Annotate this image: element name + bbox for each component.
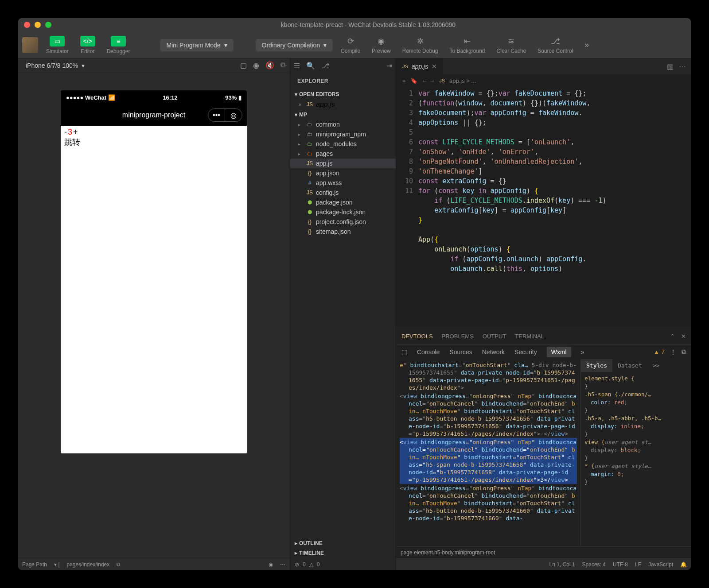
file-item[interactable]: {}app.json [290,168,396,178]
clear-cache-button[interactable]: ≋Clear Cache [493,35,530,56]
devtools-crumb[interactable]: page element.h5-body.miniprogram-root [396,546,691,558]
cursor-position[interactable]: Ln 1, Col 1 [549,561,575,568]
subtab-wxml[interactable]: Wxml [547,347,571,357]
refresh-icon: ⟳ [347,36,354,46]
tab-terminal[interactable]: TERMINAL [515,331,544,341]
language-info[interactable]: JavaScript [648,561,673,568]
list-icon[interactable]: ☰ [294,62,300,70]
indent-info[interactable]: Spaces: 4 [582,561,606,568]
source-control-button[interactable]: ⎇Source Control [534,35,577,56]
file-item[interactable]: {}sitemap.json [290,227,396,236]
more-icon[interactable]: ⋮ [670,348,676,356]
inspect-icon[interactable]: ⬚ [401,348,407,356]
timeline-section[interactable]: ▸TIMELINE [290,548,396,558]
subtab-security[interactable]: Security [514,348,537,356]
close-icon[interactable]: ✕ [681,333,686,340]
folder-item[interactable]: ▸🗀common [290,120,396,129]
more-icon[interactable]: ⋯ [679,62,686,71]
page-path-label[interactable]: Page Path [22,561,47,568]
device-selector[interactable]: iPhone 6/7/8 100% ▾ [22,61,88,70]
source-control-label: Source Control [538,48,573,54]
copy-icon[interactable]: ⧉ [280,61,285,70]
styles-body[interactable]: element.style {}.h5-span {./common/…colo… [581,372,691,546]
outline-section[interactable]: ▸OUTLINE [290,538,396,548]
file-item[interactable]: #app.wxss [290,178,396,188]
split-icon[interactable]: ▥ [667,62,674,71]
simulator-button[interactable]: ▭Simulator [43,34,72,56]
warning-badge[interactable]: ▲ 7 [653,348,665,356]
editor-tab[interactable]: JSapp.js✕ [396,58,443,74]
styles-tab[interactable]: Styles [581,359,612,372]
open-editors-section[interactable]: ▾OPEN EDITORS [290,89,396,99]
devtools-subtabs: ⬚ Console Sources Network Security Wxml … [396,344,691,359]
eye-icon: ◉ [378,36,385,46]
jump-link[interactable]: 跳转 [64,137,243,147]
simulator-panel: iPhone 6/7/8 100% ▾ ▢ ◉ 🔇 ⧉ ●●●●● WeChat… [18,58,290,570]
chevron-up-icon[interactable]: ⌃ [670,333,675,340]
preview-button[interactable]: ◉Preview [368,35,394,56]
bell-icon[interactable]: 🔔 [680,561,687,568]
debugger-label: Debugger [107,48,130,54]
code-editor[interactable]: 1234567891011 var fakeWindow = {};var fa… [396,87,691,328]
folder-item[interactable]: ▸🗀node_modules [290,139,396,149]
branch-icon[interactable]: ⎇ [321,62,329,70]
file-item[interactable]: JSapp.js [290,159,396,168]
tab-problems[interactable]: PROBLEMS [442,331,474,341]
window-title: kbone-template-preact - WeChat Devtools … [51,21,685,28]
more-icon[interactable]: ⋯ [280,561,285,568]
avatar[interactable] [22,37,38,53]
subtab-console[interactable]: Console [417,348,440,356]
error-icon[interactable]: ⊘ [295,561,299,568]
dock-icon[interactable]: ⧉ [682,348,686,356]
remote-debug-label: Remote Debug [402,48,438,54]
file-item[interactable]: JSconfig.js [290,188,396,197]
remote-debug-button[interactable]: ✲Remote Debug [399,35,442,56]
copy-icon[interactable]: ⧉ [117,561,121,568]
minimize-window-button[interactable] [35,22,41,28]
sim-statusbar: Page Path▾ |pages/index/index⧉ ◉⋯ [18,558,290,570]
dataset-tab[interactable]: Dataset [612,359,647,372]
close-tab-icon[interactable]: ✕ [432,63,437,70]
code-content[interactable]: var fakeWindow = {};var fakeDocument = {… [418,87,691,328]
open-editor-item[interactable]: ✕JSapp.js [290,99,396,110]
warning-icon[interactable]: △ [309,561,313,568]
phone-content[interactable]: -3+ 跳转 [61,126,247,453]
mute-icon[interactable]: 🔇 [265,61,274,70]
editor-button[interactable]: </>Editor [77,34,99,56]
folder-item[interactable]: ▸🗀miniprogram_npm [290,129,396,139]
tab-devtools[interactable]: DEVTOOLS [401,331,433,341]
compile-button[interactable]: ⟳Compile [337,35,364,56]
subtab-network[interactable]: Network [482,348,505,356]
breadcrumb-text[interactable]: app.js > ... [449,77,476,84]
nav-title: miniprogram-project [122,111,185,119]
maximize-window-button[interactable] [45,22,51,28]
more-toolbar-button[interactable]: » [581,39,592,51]
capsule-button[interactable]: •••◎ [208,108,242,122]
chevron-right-icon: ▸ [295,540,297,546]
mode-dropdown[interactable]: Mini Program Mode▾ [160,39,233,51]
file-item[interactable]: ⬢package-lock.json [290,207,396,217]
file-item[interactable]: {}project.config.json [290,217,396,227]
eol-info[interactable]: LF [635,561,641,568]
compilation-dropdown[interactable]: Ordinary Compilation▾ [256,39,333,51]
bookmark-icon[interactable]: 🔖 [410,77,417,84]
explorer-header: EXPLORER [290,73,396,89]
toggle-icon[interactable]: ⇥ [386,62,392,70]
to-background-button[interactable]: ⇤To Background [446,35,488,56]
list-icon[interactable]: ≡ [402,77,406,84]
file-item[interactable]: ⬢package.json [290,197,396,207]
wxml-tree[interactable]: e" bindtouchstart="onTouchStart" cla… 5-… [396,359,580,546]
more-styles-tab[interactable]: >> [647,359,665,372]
tab-output[interactable]: OUTPUT [483,331,506,341]
more-subtabs-icon[interactable]: » [581,348,584,356]
debugger-button[interactable]: ≡Debugger [103,34,134,56]
record-icon[interactable]: ◉ [253,61,259,70]
close-window-button[interactable] [24,22,30,28]
encoding-info[interactable]: UTF-8 [613,561,628,568]
folder-item[interactable]: ▸🗀pages [290,149,396,159]
search-icon[interactable]: 🔍 [306,62,315,70]
eye-icon[interactable]: ◉ [269,561,273,568]
subtab-sources[interactable]: Sources [449,348,472,356]
workspace-section[interactable]: ▾MP [290,110,396,120]
rotate-icon[interactable]: ▢ [240,61,247,70]
